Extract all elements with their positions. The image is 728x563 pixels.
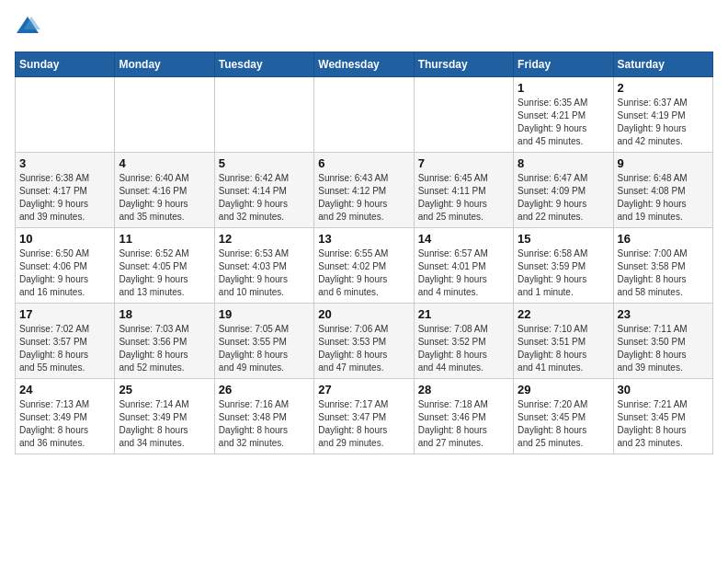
day-info: Sunrise: 6:57 AM Sunset: 4:01 PM Dayligh… xyxy=(418,247,509,299)
day-number: 6 xyxy=(318,156,409,170)
calendar-cell: 25Sunrise: 7:14 AM Sunset: 3:49 PM Dayli… xyxy=(115,379,214,454)
weekday-header-wednesday: Wednesday xyxy=(314,52,414,77)
calendar-cell: 18Sunrise: 7:03 AM Sunset: 3:56 PM Dayli… xyxy=(115,304,214,379)
calendar-cell: 10Sunrise: 6:50 AM Sunset: 4:06 PM Dayli… xyxy=(16,228,115,304)
day-info: Sunrise: 7:11 AM Sunset: 3:50 PM Dayligh… xyxy=(618,323,709,374)
day-number: 16 xyxy=(618,232,709,246)
day-number: 18 xyxy=(119,307,210,321)
calendar-cell: 21Sunrise: 7:08 AM Sunset: 3:52 PM Dayli… xyxy=(414,304,513,379)
calendar-cell: 9Sunrise: 6:48 AM Sunset: 4:08 PM Daylig… xyxy=(613,153,712,228)
day-number: 23 xyxy=(618,307,709,321)
week-row-5: 24Sunrise: 7:13 AM Sunset: 3:49 PM Dayli… xyxy=(16,379,713,454)
day-info: Sunrise: 7:03 AM Sunset: 3:56 PM Dayligh… xyxy=(119,323,210,374)
calendar-cell xyxy=(314,77,414,153)
weekday-row: SundayMondayTuesdayWednesdayThursdayFrid… xyxy=(16,52,713,77)
day-number: 12 xyxy=(219,232,310,246)
day-info: Sunrise: 6:43 AM Sunset: 4:12 PM Dayligh… xyxy=(318,172,409,224)
calendar-cell: 4Sunrise: 6:40 AM Sunset: 4:16 PM Daylig… xyxy=(115,153,214,228)
day-info: Sunrise: 7:08 AM Sunset: 3:52 PM Dayligh… xyxy=(418,323,509,374)
day-number: 5 xyxy=(219,156,310,170)
calendar-cell xyxy=(214,77,313,153)
calendar-cell: 19Sunrise: 7:05 AM Sunset: 3:55 PM Dayli… xyxy=(214,304,313,379)
day-number: 15 xyxy=(518,232,609,246)
day-number: 4 xyxy=(119,156,210,170)
week-row-2: 3Sunrise: 6:38 AM Sunset: 4:17 PM Daylig… xyxy=(16,153,713,228)
day-info: Sunrise: 7:17 AM Sunset: 3:47 PM Dayligh… xyxy=(318,398,409,450)
day-info: Sunrise: 6:45 AM Sunset: 4:11 PM Dayligh… xyxy=(418,172,509,224)
weekday-header-thursday: Thursday xyxy=(414,52,513,77)
day-number: 10 xyxy=(19,232,110,246)
weekday-header-saturday: Saturday xyxy=(613,52,712,77)
day-info: Sunrise: 7:00 AM Sunset: 3:58 PM Dayligh… xyxy=(618,247,709,299)
day-info: Sunrise: 7:21 AM Sunset: 3:45 PM Dayligh… xyxy=(618,398,709,450)
calendar-cell: 12Sunrise: 6:53 AM Sunset: 4:03 PM Dayli… xyxy=(214,228,313,304)
day-info: Sunrise: 7:18 AM Sunset: 3:46 PM Dayligh… xyxy=(418,398,509,450)
day-info: Sunrise: 6:42 AM Sunset: 4:14 PM Dayligh… xyxy=(219,172,310,224)
day-number: 7 xyxy=(418,156,509,170)
calendar-header: SundayMondayTuesdayWednesdayThursdayFrid… xyxy=(16,52,713,77)
calendar-cell: 22Sunrise: 7:10 AM Sunset: 3:51 PM Dayli… xyxy=(514,304,613,379)
day-info: Sunrise: 6:58 AM Sunset: 3:59 PM Dayligh… xyxy=(518,247,609,299)
calendar-cell: 1Sunrise: 6:35 AM Sunset: 4:21 PM Daylig… xyxy=(514,77,613,153)
calendar-cell: 27Sunrise: 7:17 AM Sunset: 3:47 PM Dayli… xyxy=(314,379,414,454)
calendar-cell: 20Sunrise: 7:06 AM Sunset: 3:53 PM Dayli… xyxy=(314,304,414,379)
weekday-header-sunday: Sunday xyxy=(16,52,115,77)
calendar-body: 1Sunrise: 6:35 AM Sunset: 4:21 PM Daylig… xyxy=(16,77,713,454)
calendar-cell xyxy=(115,77,214,153)
day-number: 29 xyxy=(518,383,609,396)
day-info: Sunrise: 7:06 AM Sunset: 3:53 PM Dayligh… xyxy=(318,323,409,374)
calendar-cell: 23Sunrise: 7:11 AM Sunset: 3:50 PM Dayli… xyxy=(613,304,712,379)
day-info: Sunrise: 6:47 AM Sunset: 4:09 PM Dayligh… xyxy=(518,172,609,224)
calendar-cell: 30Sunrise: 7:21 AM Sunset: 3:45 PM Dayli… xyxy=(613,379,712,454)
calendar-cell: 13Sunrise: 6:55 AM Sunset: 4:02 PM Dayli… xyxy=(314,228,414,304)
day-info: Sunrise: 6:48 AM Sunset: 4:08 PM Dayligh… xyxy=(618,172,709,224)
day-info: Sunrise: 7:20 AM Sunset: 3:45 PM Dayligh… xyxy=(518,398,609,450)
day-number: 25 xyxy=(119,383,210,396)
day-number: 26 xyxy=(219,383,310,396)
calendar-cell: 5Sunrise: 6:42 AM Sunset: 4:14 PM Daylig… xyxy=(214,153,313,228)
day-info: Sunrise: 7:02 AM Sunset: 3:57 PM Dayligh… xyxy=(19,323,110,374)
day-info: Sunrise: 7:16 AM Sunset: 3:48 PM Dayligh… xyxy=(219,398,310,450)
calendar-cell: 24Sunrise: 7:13 AM Sunset: 3:49 PM Dayli… xyxy=(16,379,115,454)
calendar-cell: 17Sunrise: 7:02 AM Sunset: 3:57 PM Dayli… xyxy=(16,304,115,379)
day-number: 19 xyxy=(219,307,310,321)
day-info: Sunrise: 6:35 AM Sunset: 4:21 PM Dayligh… xyxy=(518,97,609,148)
calendar-cell: 14Sunrise: 6:57 AM Sunset: 4:01 PM Dayli… xyxy=(414,228,513,304)
day-number: 27 xyxy=(318,383,409,396)
day-info: Sunrise: 7:13 AM Sunset: 3:49 PM Dayligh… xyxy=(19,398,110,450)
day-info: Sunrise: 6:37 AM Sunset: 4:19 PM Dayligh… xyxy=(618,97,709,148)
calendar-cell: 26Sunrise: 7:16 AM Sunset: 3:48 PM Dayli… xyxy=(214,379,313,454)
day-info: Sunrise: 6:38 AM Sunset: 4:17 PM Dayligh… xyxy=(19,172,110,224)
day-info: Sunrise: 7:05 AM Sunset: 3:55 PM Dayligh… xyxy=(219,323,310,374)
week-row-1: 1Sunrise: 6:35 AM Sunset: 4:21 PM Daylig… xyxy=(16,77,713,153)
day-number: 8 xyxy=(518,156,609,170)
calendar-cell: 7Sunrise: 6:45 AM Sunset: 4:11 PM Daylig… xyxy=(414,153,513,228)
day-number: 11 xyxy=(119,232,210,246)
day-number: 20 xyxy=(318,307,409,321)
calendar-cell: 3Sunrise: 6:38 AM Sunset: 4:17 PM Daylig… xyxy=(16,153,115,228)
day-info: Sunrise: 6:50 AM Sunset: 4:06 PM Dayligh… xyxy=(19,247,110,299)
day-info: Sunrise: 6:53 AM Sunset: 4:03 PM Dayligh… xyxy=(219,247,310,299)
weekday-header-friday: Friday xyxy=(514,52,613,77)
day-number: 28 xyxy=(418,383,509,396)
calendar-cell: 2Sunrise: 6:37 AM Sunset: 4:19 PM Daylig… xyxy=(613,77,712,153)
day-number: 1 xyxy=(518,81,609,95)
day-number: 13 xyxy=(318,232,409,246)
day-info: Sunrise: 7:14 AM Sunset: 3:49 PM Dayligh… xyxy=(119,398,210,450)
weekday-header-monday: Monday xyxy=(115,52,214,77)
day-number: 9 xyxy=(618,156,709,170)
calendar-cell: 28Sunrise: 7:18 AM Sunset: 3:46 PM Dayli… xyxy=(414,379,513,454)
day-number: 24 xyxy=(19,383,110,396)
calendar-cell: 8Sunrise: 6:47 AM Sunset: 4:09 PM Daylig… xyxy=(514,153,613,228)
day-number: 14 xyxy=(418,232,509,246)
calendar-cell: 6Sunrise: 6:43 AM Sunset: 4:12 PM Daylig… xyxy=(314,153,414,228)
calendar-cell: 11Sunrise: 6:52 AM Sunset: 4:05 PM Dayli… xyxy=(115,228,214,304)
day-info: Sunrise: 7:10 AM Sunset: 3:51 PM Dayligh… xyxy=(518,323,609,374)
calendar-table: SundayMondayTuesdayWednesdayThursdayFrid… xyxy=(15,52,713,454)
day-number: 21 xyxy=(418,307,509,321)
day-number: 17 xyxy=(19,307,110,321)
weekday-header-tuesday: Tuesday xyxy=(214,52,313,77)
logo-icon xyxy=(15,15,40,40)
calendar-cell: 29Sunrise: 7:20 AM Sunset: 3:45 PM Dayli… xyxy=(514,379,613,454)
day-info: Sunrise: 6:55 AM Sunset: 4:02 PM Dayligh… xyxy=(318,247,409,299)
